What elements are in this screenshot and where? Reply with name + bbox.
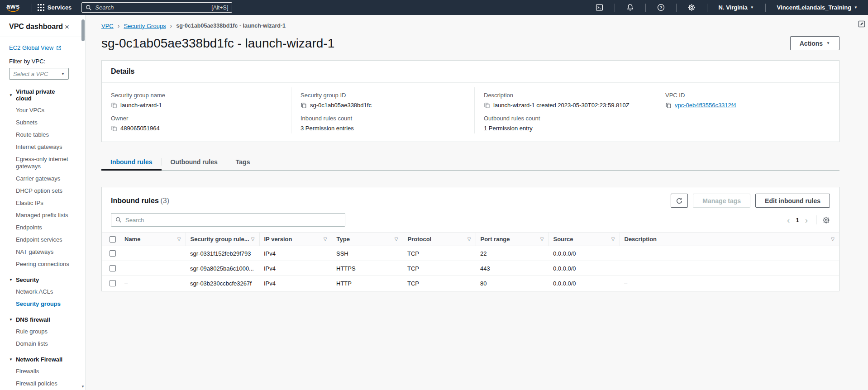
cell-protocol: TCP	[403, 246, 476, 261]
sidebar-item-egress-only-internet-gateways[interactable]: Egress-only internet gateways	[16, 156, 71, 170]
sidebar-item-peering-connections[interactable]: Peering connections	[16, 261, 71, 268]
close-icon[interactable]: ×	[65, 23, 69, 31]
column-header-type[interactable]: Type▽	[332, 233, 403, 246]
aws-smile-icon	[7, 9, 19, 12]
sidebar-item-endpoints[interactable]: Endpoints	[16, 224, 71, 231]
filter-icon[interactable]: ▽	[322, 237, 327, 242]
next-page-button[interactable]: ›	[802, 216, 811, 224]
help-button[interactable]: ?	[651, 4, 671, 11]
sidebar-item-route-tables[interactable]: Route tables	[16, 131, 71, 138]
row-checkbox[interactable]	[110, 265, 116, 271]
filter-icon[interactable]: ▽	[393, 237, 398, 242]
copy-button[interactable]	[665, 102, 672, 109]
actions-button[interactable]: Actions ▼	[790, 36, 839, 50]
sidebar-item-internet-gateways[interactable]: Internet gateways	[16, 143, 71, 151]
sidebar-section-header[interactable]: ▼DNS firewall	[9, 316, 71, 323]
sidebar-item-managed-prefix-lists[interactable]: Managed prefix lists	[16, 212, 71, 219]
filter-icon[interactable]: ▽	[466, 237, 471, 242]
account-menu[interactable]: VincentLelandais_Training ▼	[771, 4, 863, 11]
row-checkbox[interactable]	[110, 280, 116, 286]
sidebar-item-your-vpcs[interactable]: Your VPCs	[16, 107, 71, 114]
cell-text: TCP	[407, 280, 419, 287]
filter-icon[interactable]: ▽	[176, 237, 181, 242]
ec2-global-view-link[interactable]: EC2 Global View	[9, 44, 62, 51]
column-header-port-range[interactable]: Port range▽	[476, 233, 548, 246]
sidebar-item-firewall-policies[interactable]: Firewall policies	[16, 380, 71, 387]
table-row[interactable]: –sgr-09a8025ba6c1000...IPv4HTTPSTCP4430.…	[102, 261, 839, 276]
page-number[interactable]: 1	[793, 217, 801, 224]
sidebar-item-nat-gateways[interactable]: NAT gateways	[16, 248, 71, 256]
column-header-label: Port range	[481, 236, 510, 243]
copy-button[interactable]	[300, 102, 307, 109]
rules-search[interactable]	[111, 213, 345, 227]
sidebar-section-header[interactable]: ▼Security	[9, 276, 71, 283]
cell-protocol: TCP	[403, 261, 476, 276]
table-row[interactable]: –sgr-0331f152feb29f793IPv4SSHTCP220.0.0.…	[102, 246, 839, 261]
sidebar-item-security-groups[interactable]: Security groups	[16, 300, 71, 308]
region-selector[interactable]: N. Virginia ▼	[713, 4, 760, 11]
manage-tags-button[interactable]: Manage tags	[693, 194, 750, 208]
sidebar-item-network-acls[interactable]: Network ACLs	[16, 288, 71, 295]
table-row[interactable]: –sgr-03b230ccbcfe3267fIPv4HTTPTCP800.0.0…	[102, 276, 839, 291]
copy-button[interactable]	[111, 102, 117, 109]
cell-text: –	[624, 280, 627, 287]
row-checkbox[interactable]	[110, 250, 116, 257]
breadcrumb-security-groups-link[interactable]: Security Groups	[124, 23, 166, 29]
vpc-select[interactable]: Select a VPC ▼	[9, 68, 69, 80]
tab-outbound-rules[interactable]: Outbound rules	[162, 154, 227, 170]
global-search[interactable]: [Alt+S]	[81, 2, 232, 13]
sidebar-item-rule-groups[interactable]: Rule groups	[16, 328, 71, 335]
caret-down-icon: ▼	[826, 42, 830, 45]
sidebar-item-dhcp-option-sets[interactable]: DHCP option sets	[16, 187, 71, 195]
scroll-down-icon[interactable]: ▾	[81, 384, 85, 389]
field-value-link[interactable]: vpc-0eb4ff3556c3312f4	[675, 102, 736, 109]
aws-logo[interactable]: aws	[6, 3, 20, 12]
sidebar-item-firewalls[interactable]: Firewalls	[16, 368, 71, 375]
cell-ip_version: IPv4	[259, 246, 332, 261]
global-search-input[interactable]	[95, 4, 208, 11]
rules-table: Name▽Security group rule...▽IP version▽T…	[102, 232, 839, 291]
cell-port_range: 443	[476, 261, 548, 276]
notifications-button[interactable]	[620, 4, 640, 11]
edit-inbound-rules-button[interactable]: Edit inbound rules	[755, 194, 830, 208]
table-preferences-button[interactable]	[822, 216, 830, 224]
column-header-name[interactable]: Name▽	[120, 233, 186, 246]
filter-icon[interactable]: ▽	[249, 237, 255, 242]
sidebar-section-header[interactable]: ▼Virtual private cloud	[9, 88, 71, 102]
sidebar-scrollbar[interactable]	[81, 19, 85, 41]
column-header-security-group-rule-[interactable]: Security group rule...▽	[186, 233, 259, 246]
sidebar-item-endpoint-services[interactable]: Endpoint services	[16, 236, 71, 243]
column-header-source[interactable]: Source▽	[548, 233, 620, 246]
field-label: Description	[484, 92, 647, 99]
tab-tags[interactable]: Tags	[227, 154, 259, 170]
sidebar-item-carrier-gateways[interactable]: Carrier gateways	[16, 175, 71, 182]
edit-inbound-rules-label: Edit inbound rules	[765, 197, 820, 205]
select-all-checkbox[interactable]	[110, 236, 116, 243]
column-header-description[interactable]: Description▽	[620, 233, 839, 246]
rules-search-input[interactable]	[125, 217, 341, 224]
sidebar-item-subnets[interactable]: Subnets	[16, 119, 71, 126]
feedback-panel-button[interactable]	[858, 20, 865, 29]
filter-icon[interactable]: ▽	[539, 237, 544, 242]
cell-text: IPv4	[264, 250, 276, 257]
sidebar-section-header[interactable]: ▼Network Firewall	[9, 356, 71, 363]
breadcrumb-vpc-link[interactable]: VPC	[101, 23, 114, 29]
refresh-button[interactable]	[671, 194, 688, 208]
previous-page-button[interactable]: ‹	[784, 216, 793, 224]
sidebar-item-domain-lists[interactable]: Domain lists	[16, 340, 71, 347]
field-label: Owner	[111, 115, 282, 122]
copy-button[interactable]	[111, 125, 117, 132]
filter-icon[interactable]: ▽	[610, 237, 615, 242]
column-header-ip-version[interactable]: IP version▽	[259, 233, 332, 246]
column-header-protocol[interactable]: Protocol▽	[403, 233, 476, 246]
tab-inbound-rules[interactable]: Inbound rules	[101, 154, 162, 170]
sidebar-item-elastic-ips[interactable]: Elastic IPs	[16, 200, 71, 207]
copy-icon	[111, 125, 117, 132]
column-header-label: Type	[337, 236, 350, 243]
services-menu[interactable]: Services	[38, 4, 72, 11]
filter-icon[interactable]: ▽	[829, 237, 835, 242]
settings-button[interactable]	[682, 4, 701, 11]
cell-text: sgr-03b230ccbcfe3267f	[190, 280, 252, 287]
cloudshell-button[interactable]	[590, 4, 609, 11]
copy-button[interactable]	[484, 102, 490, 109]
